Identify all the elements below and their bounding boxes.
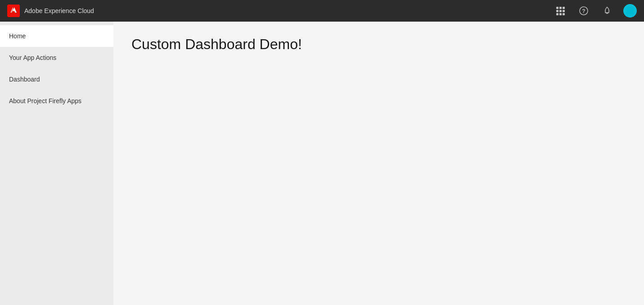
- content-area: Custom Dashboard Demo!: [113, 22, 644, 305]
- help-icon[interactable]: ?: [576, 4, 591, 18]
- adobe-logo[interactable]: [7, 5, 20, 17]
- notification-bell-icon[interactable]: [600, 4, 614, 18]
- brand: Adobe Experience Cloud: [7, 5, 553, 17]
- topbar-actions: ?: [553, 4, 637, 18]
- main-layout: Home Your App Actions Dashboard About Pr…: [0, 22, 644, 305]
- sidebar-item-your-app-actions[interactable]: Your App Actions: [0, 47, 113, 68]
- adobe-logo-icon: [9, 6, 18, 16]
- topbar: Adobe Experience Cloud ?: [0, 0, 644, 22]
- brand-name: Adobe Experience Cloud: [24, 7, 94, 14]
- sidebar: Home Your App Actions Dashboard About Pr…: [0, 22, 113, 305]
- sidebar-item-about[interactable]: About Project Firefly Apps: [0, 90, 113, 112]
- user-avatar[interactable]: [623, 4, 637, 18]
- apps-grid-icon[interactable]: [553, 4, 567, 18]
- sidebar-item-home[interactable]: Home: [0, 25, 113, 47]
- sidebar-item-dashboard[interactable]: Dashboard: [0, 68, 113, 90]
- page-title: Custom Dashboard Demo!: [131, 36, 626, 53]
- svg-text:?: ?: [582, 8, 585, 14]
